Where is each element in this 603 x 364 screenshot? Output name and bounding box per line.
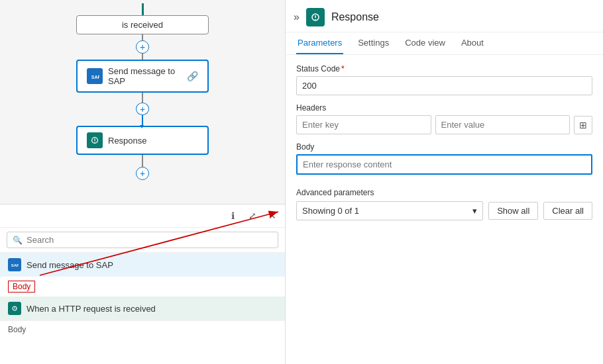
- advanced-dropdown[interactable]: Showing 0 of 1 ▾: [296, 201, 483, 220]
- svg-point-5: [94, 142, 95, 142]
- connector-3: +: [136, 155, 149, 180]
- advanced-section: Advanced parameters Showing 0 of 1 ▾ Sho…: [296, 188, 592, 220]
- status-code-input[interactable]: [296, 76, 592, 95]
- drawer-bottom-label: Body: [0, 320, 285, 338]
- expand-arrows-icon[interactable]: »: [294, 11, 300, 23]
- advanced-row: Showing 0 of 1 ▾ Show all Clear all: [296, 201, 592, 220]
- right-panel: » Response Parameters Settings Code view…: [286, 0, 603, 364]
- advanced-label: Advanced parameters: [296, 188, 592, 197]
- left-panel: is received + SAP Send message to SAP 🔗 …: [0, 0, 285, 364]
- headers-value-input[interactable]: [435, 115, 571, 134]
- connector-1: +: [136, 34, 149, 60]
- flow-canvas: is received + SAP Send message to SAP 🔗 …: [0, 0, 285, 205]
- sap-node[interactable]: SAP Send message to SAP 🔗: [76, 60, 209, 93]
- body-tag-container: Body: [0, 277, 285, 296]
- right-title: Response: [331, 11, 379, 23]
- drawer-search-area: 🔍: [0, 228, 285, 253]
- right-header: » Response: [286, 0, 603, 32]
- drawer-item-sap[interactable]: SAP Send message to SAP: [0, 253, 285, 277]
- tab-settings[interactable]: Settings: [356, 32, 390, 54]
- body-input[interactable]: [296, 154, 592, 175]
- svg-text:SAP: SAP: [91, 75, 99, 79]
- form-body: Status Code * Headers ⊞ Body Advanced pa…: [286, 55, 603, 364]
- drawer-response-icon: [8, 302, 21, 315]
- svg-text:SAP: SAP: [11, 263, 19, 267]
- drawer-http-label: When a HTTP request is received: [27, 304, 156, 314]
- response-node[interactable]: Response: [76, 126, 209, 155]
- headers-label: Headers: [296, 103, 592, 113]
- tab-code-view[interactable]: Code view: [404, 32, 447, 54]
- close-icon-button[interactable]: ✕: [265, 208, 280, 223]
- required-star: *: [341, 64, 345, 73]
- clear-all-button[interactable]: Clear all: [543, 202, 592, 220]
- is-received-node: is received: [76, 15, 209, 34]
- add-step-button-2[interactable]: +: [136, 103, 149, 115]
- status-code-label: Status Code *: [296, 64, 592, 73]
- drawer-toolbar: ℹ ⤢ ✕: [0, 205, 285, 228]
- tabs-row: Parameters Settings Code view About: [286, 32, 603, 55]
- drawer-sap-icon: SAP: [8, 258, 21, 271]
- response-icon: [87, 132, 103, 148]
- tab-about[interactable]: About: [460, 32, 485, 54]
- add-step-button-1[interactable]: +: [136, 40, 149, 54]
- add-step-button-3[interactable]: +: [136, 167, 149, 180]
- headers-key-input[interactable]: [296, 115, 431, 134]
- drawer-sap-label: Send message to SAP: [27, 260, 113, 270]
- connector-2: +: [136, 93, 149, 126]
- headers-row: ⊞: [296, 115, 592, 134]
- show-all-button[interactable]: Show all: [488, 202, 538, 220]
- response-node-label: Response: [108, 136, 147, 146]
- info-icon-button[interactable]: ℹ: [225, 208, 240, 223]
- right-header-icon: [306, 8, 325, 26]
- tab-parameters[interactable]: Parameters: [296, 32, 343, 54]
- search-box[interactable]: 🔍: [7, 232, 278, 248]
- sap-icon: SAP: [87, 68, 103, 84]
- body-tag[interactable]: Body: [8, 281, 35, 293]
- expand-icon-button[interactable]: ⤢: [245, 208, 260, 223]
- dropdown-chevron-icon: ▾: [472, 206, 477, 216]
- search-icon: 🔍: [13, 236, 23, 245]
- svg-point-16: [315, 19, 316, 21]
- bottom-drawer: ℹ ⤢ ✕ 🔍 SAP Send message to SAP Body: [0, 204, 285, 364]
- table-icon-button[interactable]: ⊞: [574, 116, 592, 134]
- drawer-item-http[interactable]: When a HTTP request is received: [0, 296, 285, 320]
- search-input[interactable]: [27, 235, 272, 245]
- sap-node-label: Send message to SAP: [108, 66, 182, 86]
- body-label: Body: [296, 142, 592, 152]
- link-icon: 🔗: [187, 71, 198, 81]
